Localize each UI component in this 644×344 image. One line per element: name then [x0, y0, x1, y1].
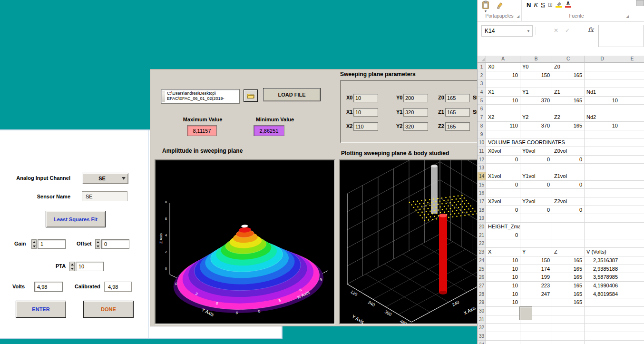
cell[interactable]: Y2vol [520, 197, 552, 206]
cell[interactable]: Z0 [552, 63, 585, 71]
cell[interactable] [585, 197, 620, 206]
cell[interactable]: X1 [486, 88, 520, 97]
cell[interactable] [620, 88, 644, 97]
dialog-launcher-icon[interactable]: ◢ [517, 14, 519, 19]
cell[interactable] [585, 130, 620, 139]
column-header[interactable]: A [486, 56, 520, 63]
chevron-down-icon[interactable] [122, 177, 126, 180]
cell[interactable]: 165 [552, 298, 585, 307]
cell[interactable] [620, 79, 644, 88]
browse-folder-button[interactable] [244, 89, 258, 102]
cell[interactable]: 0 [486, 181, 520, 189]
row-header[interactable]: 21 [478, 231, 486, 240]
cell[interactable] [620, 105, 644, 113]
cell[interactable] [620, 138, 644, 147]
cell[interactable] [520, 239, 552, 248]
cell[interactable] [620, 71, 644, 80]
cell[interactable]: Y2 [520, 113, 552, 122]
row-header[interactable]: 14 [478, 172, 486, 181]
cell[interactable]: 165 [552, 265, 585, 274]
param-field[interactable]: 165 [445, 94, 470, 102]
row-header[interactable]: 16 [478, 189, 486, 197]
param-field[interactable]: 320 [403, 122, 428, 131]
cell[interactable] [620, 248, 644, 256]
row-header[interactable]: 12 [478, 156, 486, 164]
cell[interactable] [620, 189, 644, 197]
done-button[interactable]: DONE [83, 301, 134, 318]
cell[interactable]: 165 [552, 71, 585, 80]
cell[interactable] [585, 164, 620, 172]
cell[interactable] [585, 223, 620, 231]
cell[interactable] [585, 79, 620, 88]
cell[interactable] [620, 130, 644, 139]
offset-field[interactable]: 0 [101, 239, 129, 249]
gain-field[interactable]: 1 [38, 239, 66, 249]
cell[interactable]: 0 [486, 206, 520, 215]
cell[interactable] [486, 130, 520, 139]
cell[interactable] [620, 341, 644, 344]
cell[interactable]: Nd1 [585, 88, 620, 97]
cell[interactable] [620, 265, 644, 274]
cell[interactable] [552, 130, 585, 139]
cell[interactable] [620, 256, 644, 265]
cell[interactable] [620, 156, 644, 164]
decrement-icon[interactable] [97, 246, 99, 247]
cell[interactable] [620, 206, 644, 215]
cell[interactable] [585, 71, 620, 80]
cell[interactable]: 223 [520, 282, 552, 290]
pta-field[interactable]: 10 [76, 262, 104, 271]
cell[interactable]: Y0 [520, 63, 552, 71]
pta-spinner[interactable] [69, 262, 75, 271]
row-header[interactable]: 5 [478, 97, 486, 105]
select-all-corner[interactable] [478, 56, 486, 63]
cell[interactable] [620, 97, 644, 105]
cancel-icon[interactable]: ✕ [554, 27, 558, 34]
cell[interactable]: 4,8019584 [585, 290, 620, 299]
param-field[interactable]: 10 [353, 94, 378, 102]
cell[interactable] [520, 130, 552, 139]
cell[interactable] [520, 223, 552, 231]
cell[interactable]: X [486, 248, 520, 256]
cell[interactable] [620, 239, 644, 248]
cell[interactable] [486, 239, 520, 248]
load-file-button[interactable]: LOAD FILE [263, 88, 321, 101]
param-field[interactable]: 165 [445, 122, 470, 131]
cell[interactable] [585, 156, 620, 164]
cell[interactable]: Z [552, 248, 585, 256]
cell[interactable]: 3,5878985 [585, 273, 620, 282]
chevron-down-icon[interactable]: ▼ [527, 29, 530, 33]
param-field[interactable]: 110 [353, 122, 378, 131]
cell[interactable] [585, 147, 620, 156]
cell[interactable]: 150 [520, 71, 552, 80]
cell[interactable]: 247 [520, 290, 552, 299]
cell[interactable] [520, 324, 552, 332]
row-header[interactable]: 33 [478, 332, 486, 341]
row-header[interactable]: 20 [478, 223, 486, 231]
cell[interactable] [552, 324, 585, 332]
cell[interactable]: Y [520, 248, 552, 256]
cell[interactable]: 0 [486, 231, 520, 240]
cell[interactable]: 10 [486, 256, 520, 265]
cell[interactable] [552, 307, 585, 315]
row-header[interactable]: 26 [478, 273, 486, 282]
row-header[interactable]: 28 [478, 290, 486, 299]
row-header[interactable]: 31 [478, 315, 486, 324]
cell[interactable]: 2,9385188 [585, 265, 620, 274]
param-field[interactable]: 320 [403, 108, 428, 117]
cell[interactable] [585, 239, 620, 248]
row-header[interactable]: 17 [478, 197, 486, 206]
font-color-button[interactable]: A [565, 1, 571, 8]
cell[interactable] [620, 164, 644, 172]
cell[interactable] [520, 79, 552, 88]
cell[interactable] [585, 315, 620, 324]
cell[interactable] [520, 164, 552, 172]
cell[interactable] [486, 164, 520, 172]
cell[interactable]: Y0vol [520, 147, 552, 156]
cell[interactable]: 165 [552, 256, 585, 265]
cell[interactable] [620, 214, 644, 223]
cell[interactable]: Z1vol [552, 172, 585, 181]
cell[interactable] [620, 197, 644, 206]
cell[interactable] [585, 206, 620, 215]
cell[interactable]: X1vol [486, 172, 520, 181]
row-header[interactable]: 25 [478, 265, 486, 274]
